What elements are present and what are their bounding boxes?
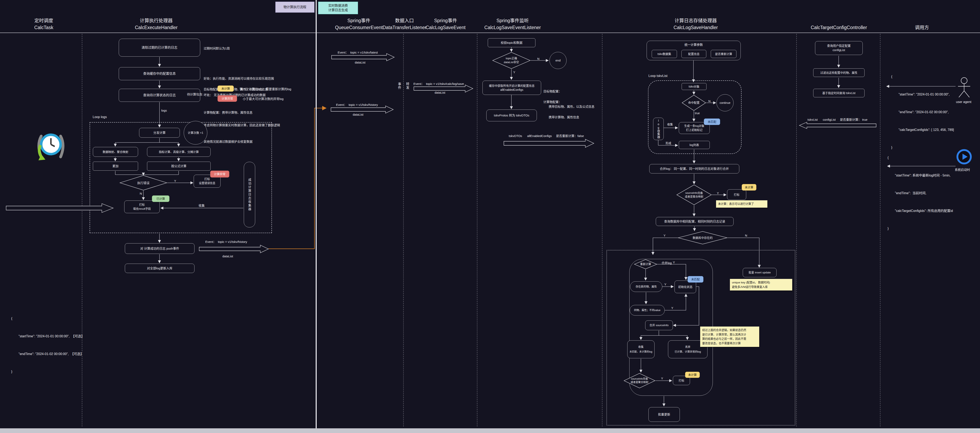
badge-unmatched-2: 未匹配 [687, 276, 703, 282]
bottom-scroll-strip [0, 428, 980, 433]
label-n-topic: N [537, 57, 539, 60]
note-merge-logic: 经过上面的合并逻辑，如果状态仍然 是已计算、计算异常，那么其再次计 算的结果也必… [700, 327, 759, 347]
legend-realtime-line1: 实时数据消费 [328, 3, 348, 8]
datalist-latest: dataList [355, 61, 366, 64]
step-data-mapping: 数据映射、聚合映射 [93, 147, 138, 157]
diamond-sourceinfo-2-label: sourceInfo完备或者是聚合映射 [625, 375, 654, 386]
lifeline-savehandler-right [796, 34, 797, 427]
participant-caller: 调用方 [878, 16, 966, 31]
step-merge-sourceinfo: 合并 sourceInfo [645, 320, 673, 330]
calc-error-desc: 小于最大可计算次数的异常log [243, 97, 283, 101]
param-tskv-dataset: tskv数据集 [652, 50, 677, 58]
step-filter-config: 过滤出这些配置中的物、属性 [813, 68, 864, 77]
step-collect-unmatched: 收集 未匹配、未计算的log [627, 340, 655, 358]
param-config-info: 配置信息 [681, 50, 706, 58]
label-n-exists: N [745, 234, 747, 237]
label-true-hit: true [695, 111, 700, 115]
badge-calc-error-2: 计算异常 [210, 171, 229, 178]
system-request-json: { "startTime": 系统中最新log时间 - 5min, "endTi… [888, 143, 953, 243]
step-validate-topic: 校验topic和数据 [488, 38, 535, 47]
uncalculated-desc: 第一次计算的log， 需要重新计算的log [240, 87, 291, 91]
forward-label-2: 转发 [405, 82, 410, 90]
user-agent-label: user agent [956, 100, 972, 104]
user-agent-actor-icon [957, 76, 971, 98]
step-accumulate: 累加 [93, 162, 138, 171]
log-collector-2: log收集器 [653, 118, 664, 140]
merge-log-label: 合并log [662, 260, 672, 265]
system-startup-label: 系统启动时 [955, 167, 970, 171]
label-n-hit: N [708, 99, 711, 103]
collect-label-2: 收集 [667, 122, 673, 126]
participant-calclogsaveeventlistener: Spring事件监听CalcLogSaveEventListener [469, 16, 557, 31]
form-label: 形成 [665, 141, 671, 145]
step-mark-1: 打标 [727, 189, 746, 200]
step-mark-done: 打标填充result字段 [124, 200, 160, 213]
logs-arrow-label: logs [161, 109, 167, 112]
step-merge-log: 合并log： 同一配置、同一时刻的日志对象进行合并 [649, 164, 739, 173]
datalist-history: dataList [353, 113, 364, 116]
legend-realtime-line2: 计算日志生成 [328, 8, 348, 13]
lifeline-datatransfer [403, 34, 404, 427]
label-y-recalc: Y [673, 260, 675, 264]
participant-calctargetconfigcontroller: CalcTargetConfigController [795, 16, 883, 31]
step-update-all-logs: 对全部log更新入库 [125, 263, 194, 273]
label-y-samediff: Y [671, 306, 673, 309]
legend-realtime: 实时数据消费 计算日志生成 [318, 2, 358, 14]
note-calc-config: 计算物配置： 携带计算物、属性信息 [543, 89, 579, 130]
step-new-attr: 存在新的物、属性 [630, 281, 662, 292]
label-y-topic: Y [513, 70, 515, 74]
continue-circle: continue [716, 94, 733, 111]
scheduler-clock-icon [33, 126, 68, 175]
step-batch-insert-update: 批量 insert update [743, 268, 776, 277]
step-push-success-logs: 对 计算成功的日志 push事件 [125, 243, 194, 254]
header-rule [0, 33, 980, 33]
event-history-label-queue: Event： topic = v1/tskv/history [336, 102, 378, 107]
badge-unmatched-1: 未匹配 [704, 119, 720, 125]
label-n-exec-error: N [140, 192, 142, 195]
badge-calc-error: 计算异常 [218, 95, 237, 102]
step-same-diff-value: 同物、属性；不同value [630, 305, 665, 316]
event-save-label: Event： topic = v1/tskv/calc/log/save [414, 81, 464, 86]
diamond-recalc-label: 重新计算 [635, 262, 656, 266]
step-query-tskvlist: 基于指定时间查询 tskvList [813, 89, 864, 97]
step-query-db-logs: 查询数据库中相同配置、相同时刻的日志记录 [656, 217, 733, 226]
step-log-list: log列表 [679, 141, 710, 149]
badge-calculated: 已计算 [152, 195, 169, 202]
success-log-collector: 成功计算日志收集器 [244, 162, 255, 227]
lifeline-listener-right [602, 34, 603, 427]
note-uncalc-meaning: 未计算：表示可以进行计算了 [716, 200, 767, 208]
participant-calctask: 定时调度CalcTask [0, 16, 88, 31]
legend-flow: 物计算执行流程 [275, 2, 315, 13]
badge-uncalculated: 未计算 [218, 86, 234, 92]
end-circle: end [549, 52, 566, 69]
step-convert-protos: tskvProtos 转为 tskvDTOs [486, 109, 537, 121]
diamond-topic-valid-label: topic正确dataList非空 [498, 56, 525, 65]
pending-includes-label: 待计算包含: [187, 92, 203, 96]
participant-calclogsavehandler: 计算日志存储处理器CalcLogSaveHandler [652, 16, 740, 31]
play-icon [956, 149, 972, 165]
loop-tskvlist-label: Loop tskvList [648, 74, 667, 78]
params-label-listener: tskvDTOs allEnabledConfigs 是否重新计算：false [509, 133, 584, 138]
step-tskv-object: tskv对象 [682, 83, 706, 90]
step-batch-update: 批量更新 [648, 407, 680, 422]
calctask-request-json: { "startTime": "2024-01-01 00:00:00", 【可… [11, 304, 84, 386]
param-recalc-flag: 是否重新计算 [711, 50, 737, 58]
participant-calcexecutehandler: 计算执行处理器CalcExecuteHandler [113, 16, 200, 31]
diagram-canvas: 物计算执行流程 实时数据消费 计算日志生成 定时调度CalcTask 计算执行处… [0, 0, 980, 433]
step-indicator-calc: 指标计算、高级计算、分摊计算 [147, 147, 211, 157]
datalist-save: dataList [434, 91, 445, 94]
step-query-user-config: 查询用户指定配置configList [815, 41, 863, 55]
badge-uncalc-mark2: 未计算 [685, 372, 700, 378]
legend-flow-label: 物计算执行流程 [283, 5, 306, 10]
step-formula-calc: 按公式计算 [147, 162, 211, 171]
return-params-label: tskvList configList 是否重新计算： true [808, 117, 867, 122]
label-y-src1: Y [717, 191, 719, 195]
step-clear-expired-logs: 清除过期的已计算的日志 [119, 39, 200, 57]
diamond-sourceinfo-1-label: sourceInfo完备或者是聚合映射 [678, 189, 710, 200]
datalist-label-exec: dataList [223, 254, 233, 258]
diamond-exec-error-label: 执行错误 [130, 180, 156, 185]
collect-arrow-label: 收集 [199, 203, 205, 208]
step-query-cached-config: 查询缓存中的配置信息 [119, 67, 200, 80]
note-unique-key: unique key (配置id， 数据时间)避免多JVM运行导致重复入库 [730, 279, 792, 290]
label-y-exec-error: Y [174, 179, 176, 182]
